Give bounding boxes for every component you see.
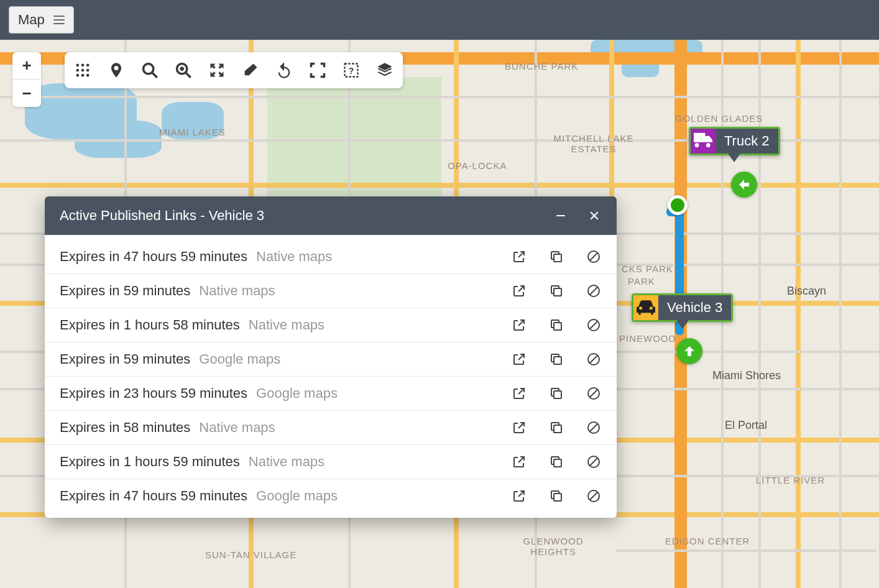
grid-icon[interactable] <box>72 60 93 81</box>
copy-link-icon[interactable] <box>548 420 564 436</box>
link-row: Expires in 1 hours 59 minutes Native map… <box>45 445 617 479</box>
svg-point-6 <box>76 74 80 77</box>
svg-point-9 <box>144 64 154 74</box>
svg-line-34 <box>590 390 597 397</box>
svg-point-1 <box>81 64 85 67</box>
link-source: Native maps <box>256 249 332 265</box>
label-park: PARK <box>628 276 655 287</box>
link-expires: Expires in 23 hours 59 minutes <box>60 385 247 402</box>
zoom-area-icon[interactable] <box>173 60 194 81</box>
menu-icon[interactable] <box>53 16 65 24</box>
link-expires: Expires in 59 minutes <box>60 351 190 367</box>
link-expires: Expires in 47 hours 59 minutes <box>60 488 247 504</box>
svg-rect-20 <box>554 254 561 262</box>
map-canvas[interactable]: BUNCHE PARK MIAMI LAKES GOLDEN GLADES MI… <box>0 40 879 588</box>
link-source: Google maps <box>256 488 338 504</box>
svg-rect-26 <box>554 323 561 330</box>
svg-rect-38 <box>554 459 561 467</box>
revoke-link-icon[interactable] <box>586 317 602 333</box>
panel-body: Expires in 47 hours 59 minutes Native ma… <box>45 235 617 518</box>
open-link-icon[interactable] <box>511 351 527 367</box>
minimize-button[interactable] <box>553 208 568 223</box>
marker-vehicle-3[interactable]: Vehicle 3 <box>632 293 733 322</box>
svg-point-5 <box>86 69 90 72</box>
copy-link-icon[interactable] <box>548 317 564 333</box>
open-link-icon[interactable] <box>511 488 527 504</box>
svg-point-8 <box>86 74 90 77</box>
revoke-link-icon[interactable] <box>586 385 602 402</box>
route-start-dot <box>668 195 688 215</box>
car-icon <box>633 295 658 320</box>
zoom-out-button[interactable]: − <box>12 80 41 107</box>
svg-point-3 <box>76 69 80 72</box>
copy-link-icon[interactable] <box>548 385 564 402</box>
zoom-in-button[interactable]: + <box>12 52 41 80</box>
link-source: Native maps <box>199 420 275 436</box>
expand-icon[interactable] <box>206 60 228 81</box>
svg-rect-35 <box>554 425 561 433</box>
link-source: Google maps <box>199 351 280 367</box>
link-row: Expires in 47 hours 59 minutes Google ma… <box>45 479 617 513</box>
svg-rect-29 <box>554 357 561 364</box>
eraser-icon[interactable] <box>240 60 261 81</box>
svg-point-7 <box>81 74 85 77</box>
truck-icon <box>691 129 716 154</box>
label-miami-shores: Miami Shores <box>712 369 781 382</box>
revoke-link-icon[interactable] <box>586 351 602 367</box>
link-row: Expires in 1 hours 58 minutes Native map… <box>45 308 617 342</box>
map-toolbar: ? <box>65 52 403 88</box>
select-area-icon[interactable]: ? <box>341 60 362 81</box>
link-expires: Expires in 59 minutes <box>60 283 190 299</box>
link-expires: Expires in 1 hours 59 minutes <box>60 454 240 470</box>
copy-link-icon[interactable] <box>548 454 564 470</box>
truck-2-direction-icon <box>731 172 757 198</box>
label-mitchell-lake: MITCHELL LAKE ESTATES <box>553 133 634 154</box>
label-bunche-park: BUNCHE PARK <box>505 61 578 71</box>
link-expires: Expires in 1 hours 58 minutes <box>60 317 240 333</box>
revoke-link-icon[interactable] <box>586 283 602 299</box>
svg-line-28 <box>590 321 597 329</box>
link-row: Expires in 47 hours 59 minutes Native ma… <box>45 240 617 274</box>
marker-truck-2[interactable]: Truck 2 <box>689 127 780 155</box>
revoke-link-icon[interactable] <box>586 420 602 436</box>
svg-rect-32 <box>554 391 561 398</box>
open-link-icon[interactable] <box>511 385 527 402</box>
published-links-panel: Active Published Links - Vehicle 3 Expir… <box>45 196 617 518</box>
revoke-link-icon[interactable] <box>586 249 602 265</box>
map-tab[interactable]: Map <box>9 6 74 34</box>
link-row: Expires in 23 hours 59 minutes Google ma… <box>45 377 617 411</box>
search-icon[interactable] <box>139 60 160 81</box>
svg-line-37 <box>590 424 597 431</box>
svg-line-22 <box>590 253 597 260</box>
open-link-icon[interactable] <box>511 283 527 299</box>
panel-header: Active Published Links - Vehicle 3 <box>45 196 617 235</box>
svg-line-31 <box>590 356 597 363</box>
close-button[interactable] <box>587 208 602 223</box>
svg-rect-41 <box>554 494 561 501</box>
open-link-icon[interactable] <box>511 249 527 265</box>
layers-icon[interactable] <box>374 60 395 81</box>
copy-link-icon[interactable] <box>548 351 564 367</box>
open-link-icon[interactable] <box>511 317 527 333</box>
fullscreen-icon[interactable] <box>307 60 328 81</box>
pin-icon[interactable] <box>106 60 127 81</box>
svg-point-4 <box>81 69 85 72</box>
svg-point-2 <box>86 64 90 67</box>
copy-link-icon[interactable] <box>548 249 564 265</box>
label-golden-glades: GOLDEN GLADES <box>675 113 763 124</box>
revoke-link-icon[interactable] <box>586 454 602 470</box>
label-little-river: LITTLE RIVER <box>756 475 825 485</box>
open-link-icon[interactable] <box>511 420 527 436</box>
revoke-link-icon[interactable] <box>586 488 602 504</box>
copy-link-icon[interactable] <box>548 488 564 504</box>
link-source: Google maps <box>256 385 338 402</box>
undo-icon[interactable] <box>274 60 295 81</box>
map-tab-label: Map <box>18 12 45 28</box>
open-link-icon[interactable] <box>511 454 527 470</box>
link-source: Native maps <box>249 317 324 333</box>
copy-link-icon[interactable] <box>548 283 564 299</box>
svg-rect-23 <box>554 288 561 296</box>
label-miami-lakes: MIAMI LAKES <box>159 127 226 137</box>
marker-vehicle-3-label: Vehicle 3 <box>658 295 731 320</box>
label-opa-locka: OPA-LOCKA <box>448 160 507 171</box>
